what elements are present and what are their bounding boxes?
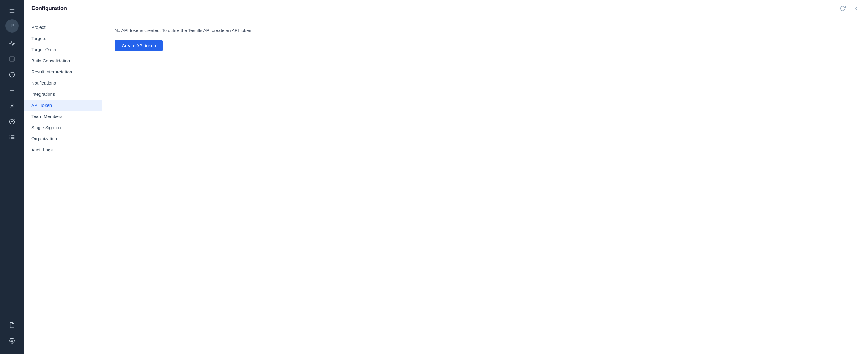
create-api-token-button[interactable]: Create API token: [115, 40, 163, 51]
user-avatar[interactable]: P: [5, 19, 19, 33]
chart-nav-button[interactable]: [5, 52, 19, 66]
nav-item-team-members[interactable]: Team Members: [24, 111, 102, 122]
nav-item-api-token[interactable]: API Token: [24, 100, 102, 111]
svg-point-18: [11, 340, 13, 342]
list-nav-button[interactable]: [5, 130, 19, 144]
nav-item-target-order[interactable]: Target Order: [24, 44, 102, 55]
main-panel: No API tokens created. To utilize the Te…: [102, 17, 868, 354]
nav-item-targets[interactable]: Targets: [24, 33, 102, 44]
main-wrapper: Configuration Project Targets Target Ord…: [24, 0, 868, 354]
sidebar-bottom: [0, 318, 24, 350]
header-actions: [838, 4, 861, 13]
check-circle-nav-button[interactable]: [5, 114, 19, 129]
add-list-nav-button[interactable]: [5, 83, 19, 98]
nav-item-project[interactable]: Project: [24, 22, 102, 33]
hamburger-menu-button[interactable]: [5, 4, 19, 18]
empty-state-message: No API tokens created. To utilize the Te…: [115, 28, 856, 33]
nav-item-build-consolidation[interactable]: Build Consolidation: [24, 55, 102, 66]
nav-item-single-sign-on[interactable]: Single Sign-on: [24, 122, 102, 133]
refresh-button[interactable]: [838, 4, 847, 13]
collapse-button[interactable]: [851, 4, 861, 13]
user-nav-button[interactable]: [5, 99, 19, 113]
nav-item-result-interpretation[interactable]: Result Interpretation: [24, 66, 102, 77]
page-title: Configuration: [31, 5, 67, 11]
settings-nav-button[interactable]: [5, 333, 19, 348]
sidebar-top: P: [0, 4, 24, 144]
nav-item-integrations[interactable]: Integrations: [24, 88, 102, 100]
svg-point-11: [11, 104, 13, 106]
icon-sidebar: P: [0, 0, 24, 354]
nav-item-organization[interactable]: Organization: [24, 133, 102, 144]
history-nav-button[interactable]: [5, 67, 19, 82]
content-row: Project Targets Target Order Build Conso…: [24, 17, 868, 354]
nav-item-audit-logs[interactable]: Audit Logs: [24, 144, 102, 155]
analytics-nav-button[interactable]: [5, 36, 19, 50]
config-sidebar: Project Targets Target Order Build Conso…: [24, 17, 102, 354]
document-nav-button[interactable]: [5, 318, 19, 332]
nav-item-notifications[interactable]: Notifications: [24, 77, 102, 88]
header: Configuration: [24, 0, 868, 17]
